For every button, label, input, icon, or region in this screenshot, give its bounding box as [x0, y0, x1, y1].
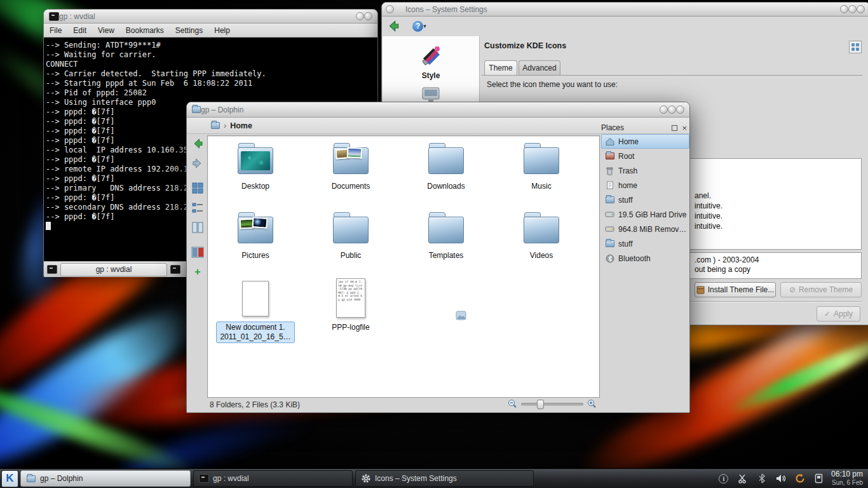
sync-updates-icon[interactable]	[794, 473, 806, 484]
tab-divider	[482, 75, 862, 76]
place-item-removable-drive[interactable]: 964.8 MiB Remov…	[601, 222, 689, 236]
root-folder-icon	[606, 152, 614, 159]
tab-theme[interactable]: Theme	[484, 60, 517, 75]
klipper-scissors-icon[interactable]	[737, 473, 749, 484]
icons-view-button[interactable]	[189, 180, 206, 196]
logfile-preview-icon: Jan 17 09:4 7:18 gp-Asp lire-5738 pp pd[…	[336, 278, 365, 318]
zoom-in-icon[interactable]	[587, 399, 597, 409]
menu-help[interactable]: Help	[208, 25, 236, 36]
menu-bookmarks[interactable]: Bookmarks	[120, 25, 170, 36]
menu-view[interactable]: View	[92, 25, 120, 36]
close-button[interactable]	[857, 5, 865, 13]
window-menu-button[interactable]	[386, 5, 394, 13]
columns-view-button[interactable]	[189, 219, 206, 236]
folder-item-documents[interactable]: Documents	[303, 139, 398, 191]
apply-button[interactable]: ✓ Apply	[817, 306, 860, 322]
menu-edit[interactable]: Edit	[67, 25, 92, 36]
terminal-cursor	[46, 222, 51, 230]
menu-settings[interactable]: Settings	[170, 25, 208, 36]
details-view-button[interactable]	[189, 200, 206, 216]
place-item-root[interactable]: Root	[601, 149, 689, 163]
tab-advanced[interactable]: Advanced	[519, 60, 560, 75]
folder-label: Templates	[429, 251, 464, 260]
file-item-new-document[interactable]: New document 1. 2011_01_20_16_5…	[208, 277, 303, 343]
terminal-tab[interactable]: gp : wvdial	[60, 263, 167, 276]
application-launcher-button[interactable]: K	[1, 470, 18, 487]
breadcrumb-separator-icon: ›	[224, 121, 226, 130]
minimize-button[interactable]	[840, 5, 848, 13]
new-tab-button[interactable]: +	[189, 264, 206, 280]
sidebar-item-style-label: Style	[383, 71, 479, 80]
root-folder-icon[interactable]	[211, 122, 220, 129]
folder-item-music[interactable]: Music	[494, 139, 589, 191]
install-theme-button[interactable]: Install Theme File...	[695, 282, 776, 297]
dolphin-statusbar: 8 Folders, 2 Files (3.3 KiB)	[187, 396, 689, 412]
style-icon	[419, 44, 443, 67]
notifications-info-icon[interactable]: i	[718, 473, 729, 484]
clock[interactable]: 06:10 pm Sun, 6 Feb	[831, 470, 868, 487]
page-icon	[606, 181, 614, 189]
folder-item-downloads[interactable]: Downloads	[398, 139, 494, 191]
folder-item-videos[interactable]: Videos	[494, 208, 589, 260]
place-item-bluetooth[interactable]: Bluetooth	[601, 251, 689, 266]
dolphin-file-view[interactable]: Desktop Documents Downloads Music	[207, 135, 600, 398]
stray-image-icon[interactable]	[456, 311, 466, 320]
icons-view-icon	[191, 182, 204, 194]
folder-item-templates[interactable]: Templates	[398, 208, 494, 260]
columns-view-icon	[191, 221, 204, 234]
zoom-out-icon[interactable]	[508, 399, 517, 409]
place-item-home-folder[interactable]: home	[601, 178, 689, 193]
folder-item-pictures[interactable]: Pictures	[208, 208, 303, 260]
back-arrow-icon	[191, 137, 204, 150]
close-button[interactable]	[364, 12, 372, 20]
maximize-button[interactable]	[848, 5, 857, 13]
float-panel-icon[interactable]	[672, 125, 677, 131]
zoom-slider[interactable]	[521, 403, 583, 405]
zoom-slider-handle[interactable]	[537, 400, 544, 409]
maximize-button[interactable]	[668, 105, 676, 114]
remove-theme-button[interactable]: ⊘ Remove Theme	[780, 282, 862, 297]
volume-icon[interactable]	[775, 473, 787, 484]
sidebar-item-style[interactable]: Style	[383, 36, 479, 80]
minimize-button[interactable]	[660, 105, 668, 114]
dolphin-window: gp – Dolphin › Home	[186, 102, 690, 413]
system-settings-title: Icons – System Settings	[405, 3, 487, 17]
device-notifier-icon[interactable]	[813, 473, 825, 484]
breadcrumb-home[interactable]: Home	[230, 121, 252, 130]
taskbar-task-system-settings[interactable]: Icons – System Settings	[355, 470, 534, 487]
place-item-home[interactable]: Home	[601, 134, 689, 149]
file-item-ppp-logfile[interactable]: Jan 17 09:4 7:18 gp-Asp lire-5738 pp pd[…	[303, 277, 398, 343]
minimize-button[interactable]	[356, 12, 364, 20]
forward-button[interactable]	[189, 155, 206, 172]
clock-date: Sun, 6 Feb	[831, 478, 863, 487]
place-item-trash[interactable]: Trash	[601, 163, 689, 178]
folder-icon	[606, 196, 614, 203]
folder-item-desktop[interactable]: Desktop	[208, 139, 303, 191]
taskbar-task-dolphin[interactable]: gp – Dolphin	[20, 470, 191, 487]
new-tab-icon[interactable]	[170, 265, 180, 274]
menu-file[interactable]: File	[44, 25, 67, 36]
page-title: Customize KDE Icons	[484, 41, 566, 50]
back-button[interactable]	[384, 18, 402, 34]
kde-logo-icon: K	[6, 472, 13, 485]
close-panel-icon[interactable]: ×	[682, 123, 687, 133]
dolphin-titlebar[interactable]: gp – Dolphin	[187, 102, 689, 118]
workspace-icon	[421, 86, 440, 103]
bluetooth-tray-icon[interactable]	[756, 473, 768, 484]
place-item-hard-drive[interactable]: 19.5 GiB Hard Drive	[601, 207, 689, 222]
place-item-stuff2[interactable]: stuff	[601, 236, 689, 251]
close-button[interactable]	[676, 105, 684, 114]
system-settings-titlebar[interactable]: Icons – System Settings	[382, 3, 868, 17]
terminal-titlebar[interactable]: gp : wvdial	[44, 10, 377, 24]
split-view-button[interactable]	[189, 244, 206, 261]
help-button[interactable]: ? ▾	[410, 19, 429, 33]
place-item-stuff1[interactable]: stuff	[601, 193, 689, 207]
back-button[interactable]	[189, 135, 206, 152]
taskbar-task-wvdial[interactable]: gp : wvdial	[193, 470, 353, 487]
terminal-tab-list-icon[interactable]	[47, 265, 57, 274]
plus-icon: +	[194, 266, 200, 278]
bluetooth-icon	[606, 254, 614, 263]
selected-file-label: New document 1. 2011_01_20_16_5…	[216, 322, 294, 343]
folder-item-public[interactable]: Public	[303, 208, 398, 260]
templates-folder-icon	[428, 217, 464, 243]
